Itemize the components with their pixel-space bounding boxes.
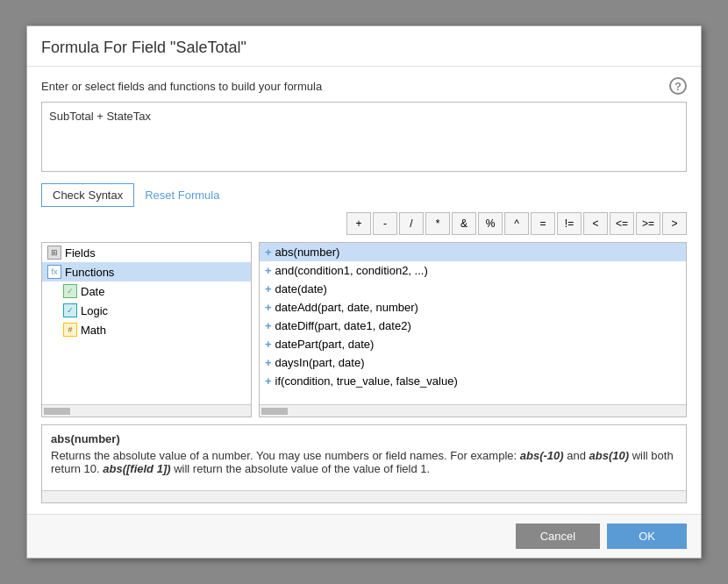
help-icon[interactable]: ?	[669, 77, 687, 95]
tree-icon-fx: fx	[47, 265, 61, 279]
operator-button-&[interactable]: &	[452, 212, 476, 235]
func-item-daysIn[interactable]: +daysIn(part, date)	[260, 353, 686, 372]
tree-item-fields[interactable]: ⊞Fields	[42, 243, 251, 262]
operator-button-+[interactable]: +	[346, 212, 371, 235]
operator-button-/[interactable]: /	[399, 212, 424, 235]
func-plus-icon: +	[265, 356, 272, 369]
cancel-button[interactable]: Cancel	[516, 523, 600, 549]
operator-button-^[interactable]: ^	[504, 212, 529, 235]
ok-button[interactable]: OK	[607, 523, 687, 549]
func-item-if[interactable]: +if(condition, true_value, false_value)	[260, 372, 686, 390]
operator-button-%[interactable]: %	[478, 212, 503, 235]
reset-formula-button[interactable]: Reset Formula	[145, 189, 219, 202]
operator-button->[interactable]: >	[662, 212, 687, 235]
formula-textarea[interactable]	[41, 102, 687, 172]
func-label-abs: abs(number)	[275, 246, 340, 259]
tree-icon-date: ✓	[63, 284, 77, 298]
button-row: Check Syntax Reset Formula	[41, 183, 687, 207]
func-plus-icon: +	[265, 246, 272, 259]
desc-text: Returns the absolute value of a number. …	[51, 449, 677, 475]
tree-label-date: Date	[81, 285, 104, 298]
func-label-if: if(condition, true_value, false_value)	[275, 374, 458, 388]
desc-title: abs(number)	[51, 432, 677, 445]
func-label-dateDiff: dateDiff(part, date1, date2)	[275, 319, 411, 332]
tree-item-date[interactable]: ✓Date	[42, 281, 251, 301]
left-panel-hscroll[interactable]	[42, 404, 251, 417]
func-plus-icon: +	[265, 301, 272, 314]
tree-item-functions[interactable]: fxFunctions	[42, 262, 251, 281]
description-panel: abs(number) Returns the absolute value o…	[41, 424, 687, 503]
right-panel-content: +abs(number)+and(condition1, condition2,…	[260, 243, 686, 404]
func-label-dateAdd: dateAdd(part, date, number)	[275, 301, 418, 314]
func-plus-icon: +	[265, 282, 272, 296]
right-panel-hscroll[interactable]	[260, 404, 686, 417]
operator-button--[interactable]: -	[373, 212, 397, 235]
tree-label-functions: Functions	[65, 266, 114, 279]
tree-icon-logic: ✓	[63, 303, 77, 317]
right-panel: +abs(number)+and(condition1, condition2,…	[259, 242, 687, 417]
operator-button-!=[interactable]: !=	[557, 212, 582, 235]
operator-button-=[interactable]: =	[531, 212, 555, 235]
formula-dialog: Formula For Field "SaleTotal" Enter or s…	[26, 25, 702, 559]
dialog-title: Formula For Field "SaleTotal"	[27, 26, 701, 67]
func-plus-icon: +	[265, 264, 272, 277]
operator-button-<=[interactable]: <=	[610, 212, 634, 235]
func-item-dateAdd[interactable]: +dateAdd(part, date, number)	[260, 298, 686, 317]
tree-label-math: Math	[81, 324, 106, 337]
operator-button-*[interactable]: *	[425, 212, 450, 235]
func-label-datePart: datePart(part, date)	[275, 338, 375, 351]
desc-content: abs(number) Returns the absolute value o…	[42, 425, 686, 490]
func-item-abs[interactable]: +abs(number)	[260, 243, 686, 261]
dialog-body: Enter or select fields and functions to …	[27, 67, 701, 514]
func-label-and: and(condition1, condition2, ...)	[275, 264, 428, 277]
func-item-and[interactable]: +and(condition1, condition2, ...)	[260, 261, 686, 280]
func-label-daysIn: daysIn(part, date)	[275, 356, 365, 369]
operator-button->=[interactable]: >=	[636, 212, 660, 235]
func-item-date[interactable]: +date(date)	[260, 280, 686, 298]
footer-row: Cancel OK	[27, 514, 701, 558]
tree-item-logic[interactable]: ✓Logic	[42, 301, 251, 320]
tree-icon-hash: #	[63, 323, 77, 337]
tree-icon-fields: ⊞	[47, 246, 61, 260]
func-label-date: date(date)	[275, 282, 327, 296]
tree-label-logic: Logic	[81, 304, 108, 317]
instruction-row: Enter or select fields and functions to …	[41, 77, 687, 95]
desc-hscroll[interactable]	[42, 490, 686, 502]
instruction-text: Enter or select fields and functions to …	[41, 80, 322, 93]
tree-label-fields: Fields	[65, 246, 96, 260]
left-panel-content: ⊞FieldsfxFunctions✓Date✓Logic#Math	[42, 243, 251, 404]
panels-row: ⊞FieldsfxFunctions✓Date✓Logic#Math +abs(…	[41, 242, 687, 417]
tree-item-math[interactable]: #Math	[42, 320, 251, 339]
func-item-dateDiff[interactable]: +dateDiff(part, date1, date2)	[260, 317, 686, 335]
func-plus-icon: +	[265, 338, 272, 351]
func-item-datePart[interactable]: +datePart(part, date)	[260, 335, 686, 353]
func-plus-icon: +	[265, 374, 272, 388]
func-plus-icon: +	[265, 319, 272, 332]
left-panel: ⊞FieldsfxFunctions✓Date✓Logic#Math	[41, 242, 252, 417]
operator-button-<[interactable]: <	[583, 212, 608, 235]
check-syntax-button[interactable]: Check Syntax	[41, 183, 134, 207]
